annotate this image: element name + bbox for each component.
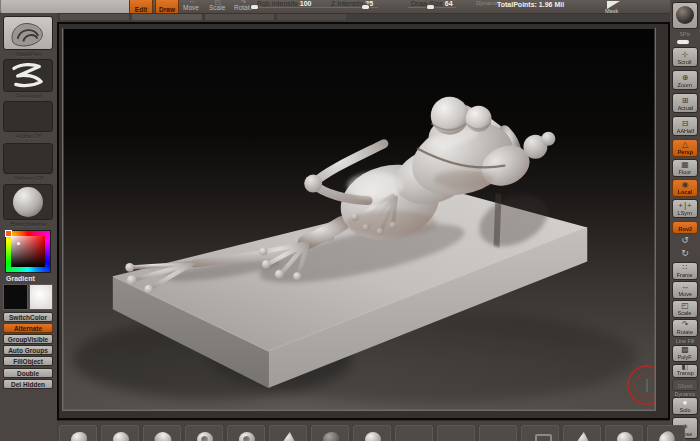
- spix-slider[interactable]: SPix: [672, 31, 699, 36]
- move-button[interactable]: ↔ Move: [672, 281, 698, 299]
- tool-slot[interactable]: [605, 425, 643, 441]
- sculpt-document[interactable]: [62, 28, 656, 411]
- rotate-ccw-icon[interactable]: ↺: [672, 235, 698, 246]
- rgb-intensity-slider[interactable]: Rgb Intensity 100: [257, 0, 312, 7]
- edit-button[interactable]: Edit: [129, 0, 153, 14]
- switchcolor-button[interactable]: SwitchColor: [3, 312, 53, 322]
- brush-cursor: [628, 366, 655, 404]
- texture-name-label: Texture Off: [0, 175, 57, 181]
- spix-handle[interactable]: [677, 40, 689, 44]
- rotate-arc-icon: ↷: [682, 320, 689, 329]
- frog-eye-right: [466, 106, 492, 132]
- left-tool-shelf: MaskPen FreeHand Alpha Off Texture Off B…: [0, 13, 57, 441]
- persp-button[interactable]: △ Persp: [672, 139, 698, 157]
- auto-groups-button[interactable]: Auto Groups: [3, 345, 53, 355]
- scroll-button[interactable]: ⊹ Scroll: [672, 47, 698, 67]
- rgb-intensity-value: 100: [300, 0, 312, 7]
- color-picker[interactable]: [5, 230, 51, 273]
- aahalf-icon: ⊟: [682, 119, 689, 128]
- tool-cone-icon: [281, 432, 297, 441]
- tool-slot[interactable]: [101, 425, 139, 441]
- alpha-picker-button[interactable]: [3, 101, 53, 132]
- tool-slot[interactable]: [227, 425, 265, 441]
- freehand-stroke-icon: [4, 60, 52, 91]
- draw-button[interactable]: Draw: [155, 0, 179, 14]
- del-hidden-button[interactable]: Del Hidden: [3, 379, 53, 389]
- secondary-color-swatch[interactable]: [29, 284, 53, 310]
- fillobject-button[interactable]: FillObject: [3, 356, 53, 366]
- tool-ring-icon: [197, 432, 213, 441]
- z-intensity-handle[interactable]: [362, 5, 369, 9]
- mask-label: Mask: [605, 8, 618, 14]
- tool-frame-icon: [535, 434, 552, 441]
- tool-slot[interactable]: [269, 425, 307, 441]
- floor-button[interactable]: ▦ Floor: [672, 159, 698, 177]
- tool-cone-icon: [575, 432, 591, 441]
- preview-sphere-icon: [676, 6, 694, 24]
- tool-sphere-icon: [113, 432, 129, 441]
- tool-sphere-icon: [71, 432, 87, 441]
- tool-slot[interactable]: [311, 425, 349, 441]
- tool-slot[interactable]: [353, 425, 391, 441]
- groupvisible-button[interactable]: GroupVisible: [3, 334, 53, 344]
- tool-slot[interactable]: [395, 425, 433, 441]
- frame-icon: ∷: [682, 263, 687, 272]
- scale-button[interactable]: ◰ Scale: [672, 300, 698, 318]
- move-hand-icon: ↔: [681, 282, 689, 291]
- sculpt-viewport[interactable]: [63, 28, 655, 410]
- local-icon: ◉: [682, 180, 689, 189]
- tray-divider-tabs[interactable]: [60, 14, 346, 20]
- tool-sphere-icon: [656, 429, 677, 441]
- tool-slot[interactable]: [185, 425, 223, 441]
- actual-button[interactable]: ⊞ Actual: [672, 93, 698, 113]
- zbrush-window: Edit Draw ↔ Move ◰ Scale ↷ Rotate Rgb In…: [0, 0, 700, 441]
- main-color-swatch[interactable]: [3, 284, 28, 310]
- frame-button[interactable]: ∷ Frame: [672, 262, 698, 280]
- move-mode-button[interactable]: Move: [183, 4, 199, 11]
- material-sphere-icon: [13, 187, 43, 217]
- total-points-readout: TotalPoints: 1.96 Mil: [497, 1, 564, 8]
- tool-sphere-icon: [152, 429, 174, 441]
- local-button[interactable]: ◉ Local: [672, 179, 698, 197]
- color-cursor-dot: [17, 242, 20, 245]
- tool-slot[interactable]: [647, 425, 685, 441]
- dynamic-solo-label: Dynamic: [672, 391, 699, 396]
- z-intensity-track: [328, 7, 378, 8]
- tool-sphere-icon: [365, 432, 381, 441]
- tool-slot[interactable]: [563, 425, 601, 441]
- tool-slot[interactable]: [59, 425, 97, 441]
- transp-icon: ◧: [682, 364, 689, 370]
- brush-picker-button[interactable]: [3, 16, 53, 50]
- maskpen-brush-icon: [4, 17, 52, 49]
- material-picker-button[interactable]: [3, 184, 53, 220]
- clipped-toolbar-button[interactable]: [0, 0, 131, 14]
- aahalf-button[interactable]: ⊟ AAHalf: [672, 116, 698, 136]
- zoom-button[interactable]: ⊕ Zoom: [672, 70, 698, 90]
- scale-mode-button[interactable]: Scale: [209, 4, 225, 11]
- texture-picker-button[interactable]: [3, 143, 53, 174]
- alpha-name-label: Alpha Off: [0, 133, 57, 139]
- alternate-button[interactable]: Alternate: [3, 323, 53, 333]
- saturation-square[interactable]: [11, 236, 45, 267]
- rgb-intensity-handle[interactable]: [251, 5, 258, 9]
- tool-slot[interactable]: [437, 425, 475, 441]
- rov2-button[interactable]: Rov2: [672, 221, 698, 234]
- floor-icon: ▦: [681, 160, 689, 169]
- tool-slot[interactable]: [479, 425, 517, 441]
- double-button[interactable]: Double: [3, 368, 53, 378]
- ghost-button[interactable]: Ghost: [672, 379, 698, 391]
- polyf-button[interactable]: ▩ PolyF: [672, 345, 698, 362]
- draw-size-handle[interactable]: [427, 5, 434, 9]
- rotate-cw-icon[interactable]: ↻: [672, 248, 698, 259]
- transp-button[interactable]: ◧ Transp: [672, 364, 698, 378]
- stroke-picker-button[interactable]: [3, 59, 53, 92]
- tool-slot[interactable]: [143, 425, 181, 441]
- rotate-button[interactable]: ↷ Rotate: [672, 319, 698, 337]
- preview-material-button[interactable]: [672, 2, 698, 29]
- lsym-icon: +∣+: [678, 201, 691, 210]
- tool-slot[interactable]: [521, 425, 559, 441]
- lsym-button[interactable]: +∣+ LSym: [672, 199, 698, 218]
- solo-button[interactable]: ● Solo: [672, 397, 698, 415]
- frog-eye-left: [431, 97, 469, 135]
- tool-sphere-icon: [617, 432, 633, 441]
